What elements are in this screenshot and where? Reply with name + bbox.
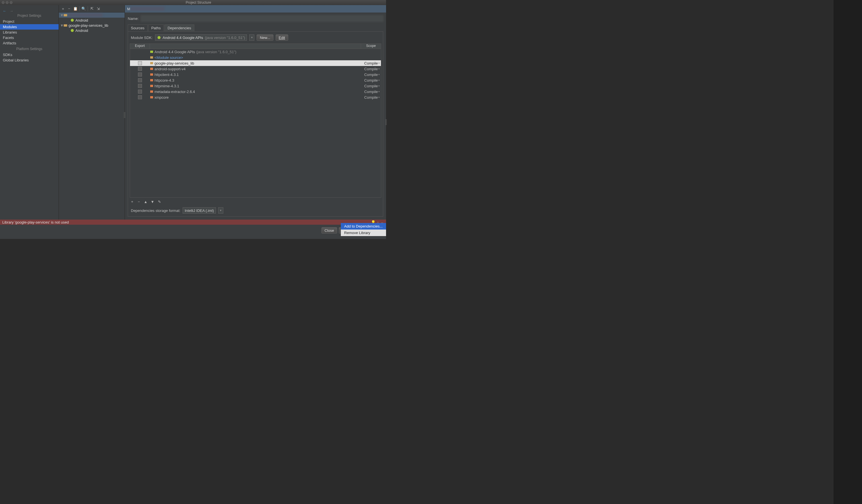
sidebar-item-project[interactable]: Project xyxy=(0,19,58,24)
src-icon xyxy=(150,56,153,59)
export-checkbox[interactable] xyxy=(138,95,142,99)
sidebar-item-sdks[interactable]: SDKs xyxy=(0,52,58,57)
column-name xyxy=(150,44,361,49)
dep-row[interactable]: httpmime-4.3.1Compile▾ xyxy=(130,83,381,89)
dep-name-text: httpclient-4.3.1 xyxy=(155,72,179,77)
dep-scope-value[interactable]: Compile xyxy=(364,78,378,82)
export-checkbox[interactable] xyxy=(138,72,142,77)
sidebar-item-modules[interactable]: Modules xyxy=(0,24,58,30)
dep-scope-value[interactable]: Compile xyxy=(364,67,378,71)
dep-scope-value[interactable]: Compile xyxy=(364,90,378,94)
dep-row[interactable]: httpcore-4.3Compile▾ xyxy=(130,77,381,83)
dep-down-icon[interactable]: ▼ xyxy=(150,199,155,204)
svg-rect-0 xyxy=(64,14,67,16)
tab-paths[interactable]: Paths xyxy=(148,25,164,31)
back-icon[interactable]: ← xyxy=(2,9,7,13)
dep-row[interactable]: httpclient-4.3.1Compile▾ xyxy=(130,72,381,77)
tree-label: Android xyxy=(75,28,88,33)
export-checkbox[interactable] xyxy=(138,84,142,88)
dep-scope-value[interactable]: Compile xyxy=(364,72,378,77)
scope-chevron-icon[interactable]: ▾ xyxy=(378,67,380,70)
export-checkbox[interactable] xyxy=(138,90,142,94)
scope-chevron-icon[interactable]: ▾ xyxy=(378,90,380,93)
scope-chevron-icon[interactable]: ▾ xyxy=(378,62,380,65)
dep-remove-icon[interactable]: − xyxy=(136,199,141,204)
copy-icon[interactable]: 📋 xyxy=(73,6,78,11)
dep-row[interactable]: Android 4.4 Google APIs (java version "1… xyxy=(130,49,381,55)
chevron-down-icon[interactable]: ▼ xyxy=(60,13,63,17)
dep-row[interactable]: android-support-v4Compile▾ xyxy=(130,66,381,72)
sdk-dropdown-arrow[interactable]: ▼ xyxy=(249,35,254,41)
module-sdk-label: Module SDK: xyxy=(131,36,153,40)
scope-chevron-icon[interactable]: ▾ xyxy=(378,79,380,82)
remove-icon[interactable]: − xyxy=(67,6,71,11)
ctx-remove-library[interactable]: Remove Library xyxy=(341,229,386,236)
svg-rect-5 xyxy=(150,51,153,53)
dep-scope-value[interactable]: Compile xyxy=(364,84,378,88)
dep-row[interactable]: google-play-services_libCompile▾ xyxy=(130,60,381,66)
tree-module-1[interactable]: ▼ xyxy=(59,13,125,18)
module-sdk-select[interactable]: Android 4.4 Google APIs (java version "1… xyxy=(155,35,247,41)
tab-sources[interactable]: Sources xyxy=(128,25,148,31)
svg-rect-8 xyxy=(150,68,153,70)
dep-edit-icon[interactable]: ✎ xyxy=(157,199,161,204)
add-icon[interactable]: ＋ xyxy=(61,6,65,11)
sidebar-item-libraries[interactable]: Libraries xyxy=(0,30,58,35)
dep-name-text: Android 4.4 Google APIs xyxy=(155,50,195,54)
platform-settings-header: Platform Settings xyxy=(0,46,58,52)
expand-icon[interactable]: ⇱ xyxy=(90,6,94,11)
storage-format-select[interactable]: IntelliJ IDEA (.iml) xyxy=(183,207,216,214)
folder-icon xyxy=(150,62,153,65)
content-panel: M Name: Sources Paths Dependencies Modul… xyxy=(125,5,386,220)
close-window-icon[interactable] xyxy=(2,1,4,4)
search-icon[interactable]: 🔍 xyxy=(81,6,86,11)
export-checkbox[interactable] xyxy=(138,61,142,65)
dep-scope-value[interactable]: Compile xyxy=(364,95,378,100)
dep-scope-value[interactable]: Compile xyxy=(364,61,378,65)
breadcrumb-prefix: M xyxy=(127,7,130,11)
column-scope: Scope xyxy=(361,44,381,49)
sidebar-item-facets[interactable]: Facets xyxy=(0,35,58,40)
lib-icon xyxy=(150,95,153,99)
minimize-window-icon[interactable] xyxy=(6,1,9,4)
sidebar-item-artifacts[interactable]: Artifacts xyxy=(0,40,58,46)
storage-dropdown-arrow[interactable]: ▼ xyxy=(218,207,223,214)
export-checkbox[interactable] xyxy=(138,78,142,82)
tree-module-2-android[interactable]: Android xyxy=(59,28,125,33)
tree-module-1-android[interactable]: Android xyxy=(59,18,125,23)
svg-rect-10 xyxy=(150,79,153,81)
context-menu: Add to Dependencies... Remove Library xyxy=(341,223,386,236)
dep-row[interactable]: xmpcoreCompile▾ xyxy=(130,94,381,100)
lib-icon xyxy=(150,90,153,93)
window-title: Project Structure xyxy=(13,1,384,4)
ctx-add-dependencies[interactable]: Add to Dependencies... xyxy=(341,223,386,229)
tab-dependencies[interactable]: Dependencies xyxy=(165,25,194,31)
tree-label: Android xyxy=(75,18,88,23)
dialog-buttons: Close Apply Help OK xyxy=(0,225,386,236)
svg-rect-13 xyxy=(150,96,153,98)
new-sdk-button[interactable]: New... xyxy=(257,35,273,41)
android-icon xyxy=(150,50,153,53)
collapse-icon[interactable]: ⇲ xyxy=(96,6,101,11)
tree-module-2[interactable]: ▼ google-play-services_lib xyxy=(59,23,125,28)
dep-row[interactable]: <Module source> xyxy=(130,55,381,60)
dep-row[interactable]: metadata-extractor-2.6.4Compile▾ xyxy=(130,89,381,94)
scope-chevron-icon[interactable]: ▾ xyxy=(378,84,380,87)
svg-rect-9 xyxy=(150,74,153,76)
chevron-down-icon[interactable]: ▼ xyxy=(60,23,63,28)
close-button[interactable]: Close xyxy=(322,227,337,234)
module-name-input[interactable] xyxy=(141,15,383,22)
forward-icon[interactable]: → xyxy=(9,9,14,13)
edit-sdk-button[interactable]: Edit xyxy=(276,35,288,41)
lib-icon xyxy=(150,73,153,76)
export-checkbox[interactable] xyxy=(138,67,142,71)
lib-icon xyxy=(150,79,153,82)
dep-add-icon[interactable]: ＋ xyxy=(130,199,134,204)
scope-chevron-icon[interactable]: ▾ xyxy=(378,96,380,99)
scope-chevron-icon[interactable]: ▾ xyxy=(378,73,380,76)
column-export: Export xyxy=(130,44,150,49)
svg-point-3 xyxy=(71,29,74,32)
sidebar-item-global-libraries[interactable]: Global Libraries xyxy=(0,57,58,63)
dep-up-icon[interactable]: ▲ xyxy=(143,199,148,204)
zoom-window-icon[interactable] xyxy=(10,1,13,4)
